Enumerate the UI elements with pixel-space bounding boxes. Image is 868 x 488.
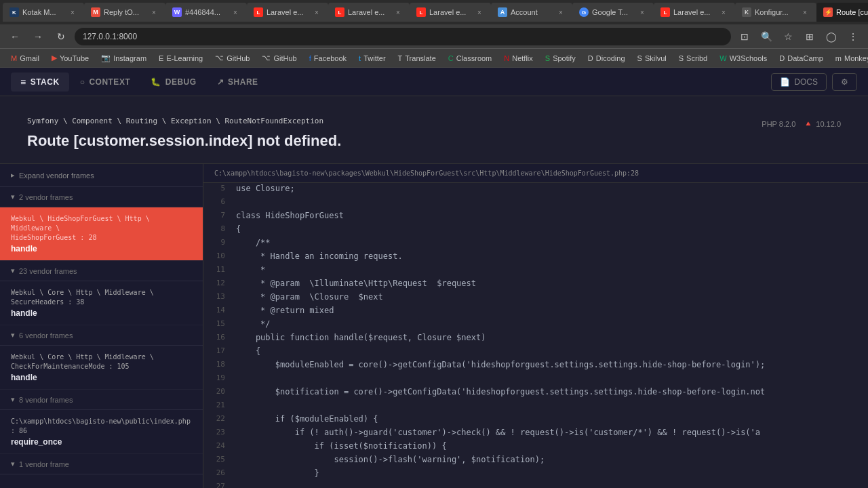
screen-cast-icon[interactable]: ⊡ (735, 27, 754, 46)
ignition-toolbar: ≡ STACK ○ CONTEXT 🐛 DEBUG ↗ SHARE 📄 DOCS… (0, 68, 868, 96)
vendor-frames-23[interactable]: ▾ 23 vendor frames (0, 261, 203, 281)
bookmark-translate[interactable]: T Translate (393, 53, 441, 64)
vendor-frames-8[interactable]: ▾ 8 vendor frames (0, 390, 203, 409)
bookmark-datacamp-label: DataCamp (787, 54, 823, 62)
tab-close-account[interactable]: × (556, 7, 566, 17)
chevron-down-icon-3: ▾ (11, 331, 15, 340)
code-line-18: 18 $moduleEnabled = core()->getConfigDat… (203, 359, 868, 373)
profile-icon[interactable]: ◯ (822, 27, 841, 46)
menu-icon[interactable]: ⋮ (844, 27, 863, 46)
instagram-icon: 📷 (101, 54, 111, 62)
bookmark-elearning[interactable]: E E-Learning (153, 53, 208, 64)
frame-secureheaders[interactable]: Webkul \ Core \ Http \ Middleware \ Secu… (0, 281, 203, 325)
bookmark-classroom[interactable]: C Classroom (443, 53, 498, 64)
bookmark-gmail-label: Gmail (20, 54, 39, 62)
bookmark-skilvul[interactable]: S Skilvul (632, 53, 672, 64)
bookmarks-bar: M Gmail ▶ YouTube 📷 Instagram E E-Learni… (0, 49, 868, 68)
bookmark-twitter-label: Twitter (363, 54, 385, 62)
bookmark-star-icon[interactable]: ☆ (778, 27, 797, 46)
tab-reply[interactable]: M Reply tO... × (84, 3, 165, 22)
tab-konfigur[interactable]: K Konfigur... × (735, 3, 816, 22)
bookmark-youtube[interactable]: ▶ YouTube (46, 52, 94, 64)
line-number: 14 (203, 305, 231, 319)
tab-google[interactable]: G Google T... × (572, 3, 654, 22)
code-line-9: 9 /** (203, 237, 868, 251)
line-number: 23 (203, 427, 231, 441)
line-content: */ (231, 319, 868, 332)
line-number: 21 (203, 400, 231, 413)
zoom-icon[interactable]: 🔍 (757, 27, 776, 46)
url-input[interactable]: 127.0.0.1:8000 (75, 28, 731, 45)
tab-close-laravel4[interactable]: × (719, 7, 728, 17)
active-frame[interactable]: Webkul \ HideShopForGuest \ Http \ Middl… (0, 207, 203, 261)
tab-laravel4[interactable]: L Laravel e... × (654, 3, 735, 22)
frame-group-5: ▾ 1 vendor frame (0, 454, 203, 474)
tab-account[interactable]: A Account × (491, 3, 572, 22)
tab-laravel1[interactable]: L Laravel e... × (247, 3, 328, 22)
bookmark-scribd-label: Scribd (686, 54, 707, 62)
stack-icon: ≡ (20, 77, 26, 87)
vendor-frames-2[interactable]: ▾ 2 vendor frames (0, 187, 203, 207)
code-line-10: 10 * Handle an incoming request. (203, 251, 868, 264)
bookmark-github2[interactable]: ⌥ GitHub (256, 52, 302, 64)
tab-close-reply[interactable]: × (149, 7, 159, 17)
docs-icon: 📄 (780, 77, 790, 87)
bookmark-datacamp[interactable]: D DataCamp (774, 53, 829, 64)
bookmark-w3schools[interactable]: W W3Schools (714, 53, 772, 64)
chevron-down-icon-2: ▾ (11, 266, 15, 275)
bookmark-github[interactable]: ⌥ GitHub (210, 52, 255, 64)
tab-webkul[interactable]: W #446844... × (165, 3, 247, 22)
tab-favicon-google: G (579, 7, 589, 17)
tab-close-laravel2[interactable]: × (393, 7, 403, 17)
vendor-frames-1[interactable]: ▾ 1 vendor frame (0, 454, 203, 474)
line-content: * @param \Illuminate\Http\Request $reque… (231, 278, 868, 291)
tab-laravel3[interactable]: L Laravel e... × (410, 3, 491, 22)
expand-vendor-button[interactable]: ▸ Expand vendor frames (0, 164, 203, 187)
reload-button[interactable]: ↻ (52, 27, 71, 46)
w3schools-icon: W (719, 54, 726, 62)
line-number: 18 (203, 359, 231, 373)
bookmark-instagram[interactable]: 📷 Instagram (96, 52, 152, 64)
bookmark-monkeytype[interactable]: m Monkeytype (830, 53, 868, 64)
bookmark-twitter[interactable]: t Twitter (353, 53, 391, 64)
line-number: 7 (203, 210, 231, 224)
tab-route[interactable]: ⚡ Route [cu... × (816, 3, 868, 22)
tab-close-laravel1[interactable]: × (312, 7, 321, 17)
bookmark-gmail[interactable]: M Gmail (5, 53, 45, 64)
forward-button[interactable]: → (28, 27, 47, 46)
bookmark-facebook[interactable]: f Facebook (304, 53, 352, 64)
stack-tab[interactable]: ≡ STACK (11, 73, 69, 92)
context-tab[interactable]: ○ CONTEXT (71, 73, 140, 91)
error-message: Route [customer.session.index] not defin… (27, 132, 341, 150)
vendor-frames-6[interactable]: ▾ 6 vendor frames (0, 325, 203, 345)
frame-maintenance[interactable]: Webkul \ Core \ Http \ Middleware \Check… (0, 346, 203, 390)
bookmark-dicoding[interactable]: D Dicoding (583, 53, 631, 64)
tab-close-konfigur[interactable]: × (800, 7, 810, 17)
bookmark-scribd[interactable]: S Scribd (673, 53, 713, 64)
share-tab[interactable]: ↗ SHARE (208, 73, 268, 91)
extensions-icon[interactable]: ⊞ (800, 27, 819, 46)
bookmark-netflix[interactable]: N Netflix (498, 53, 538, 64)
frame-index[interactable]: C:\xampp\htdocs\bagisto-new\public\index… (0, 410, 203, 454)
tab-kotak[interactable]: K Kotak M... × (3, 3, 84, 22)
tab-favicon-laravel3: L (416, 7, 426, 17)
bookmark-spotify[interactable]: S Spotify (540, 53, 581, 64)
line-content: * @param \Closure $next (231, 291, 868, 305)
back-button[interactable]: ← (5, 27, 24, 46)
line-number: 8 (203, 224, 231, 237)
tab-close-kotak[interactable]: × (68, 7, 77, 17)
docs-button[interactable]: 📄 DOCS (771, 73, 827, 91)
tab-label-laravel3: Laravel e... (429, 8, 471, 16)
settings-button[interactable]: ⚙ (832, 73, 857, 91)
code-view[interactable]: 5use Closure;67class HideShopForGuest8{9… (203, 183, 868, 488)
tab-label-account: Account (511, 8, 553, 16)
tab-close-google[interactable]: × (637, 7, 647, 17)
tab-laravel2[interactable]: L Laravel e... × (328, 3, 410, 22)
debug-tab[interactable]: 🐛 DEBUG (141, 73, 205, 91)
code-line-20: 20 $notification = core()->getConfigData… (203, 386, 868, 400)
chevron-down-icon-4: ▾ (11, 395, 15, 404)
tab-close-laravel3[interactable]: × (475, 7, 484, 17)
translate-icon: T (398, 54, 403, 62)
tab-favicon-account: A (498, 7, 507, 17)
tab-close-webkul[interactable]: × (231, 7, 240, 17)
